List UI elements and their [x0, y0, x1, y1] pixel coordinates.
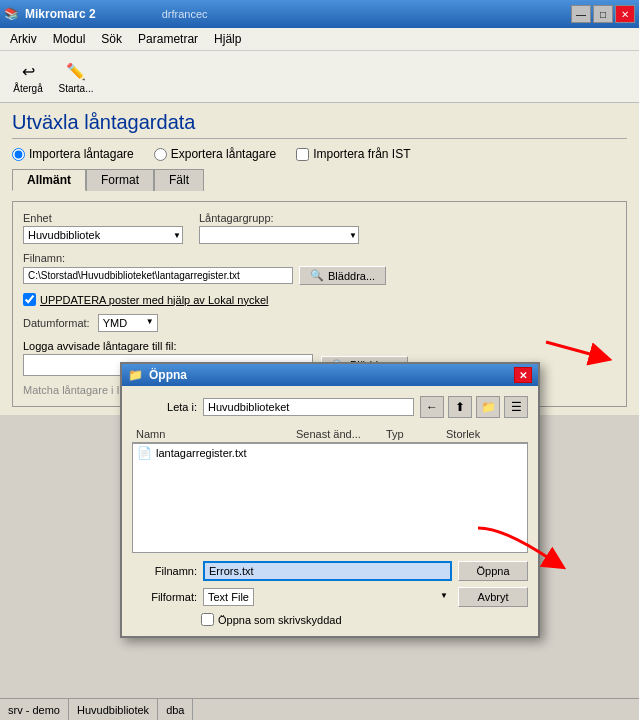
dialog-new-folder-button[interactable]: 📁: [476, 396, 500, 418]
col-name[interactable]: Namn: [132, 428, 292, 440]
dialog-title-left: 📁 Öppna: [128, 368, 187, 382]
dialog-view-button[interactable]: ☰: [504, 396, 528, 418]
dialog-filename-label: Filnamn:: [132, 565, 197, 577]
dialog-close-button[interactable]: ✕: [514, 367, 532, 383]
filetype-arrow-icon: ▼: [440, 591, 448, 600]
open-dialog: 📁 Öppna ✕ Leta i: Huvudbiblioteket ← ⬆ 📁: [120, 362, 540, 638]
dialog-icon: 📁: [128, 368, 143, 382]
dialog-filetype-row: Filformat: Text File ▼ Avbryt: [132, 587, 528, 607]
dialog-cancel-button[interactable]: Avbryt: [458, 587, 528, 607]
dialog-toolbar: ← ⬆ 📁 ☰: [420, 396, 528, 418]
col-modified[interactable]: Senast änd...: [292, 428, 382, 440]
list-item[interactable]: 📄 lantagarregister.txt: [133, 444, 527, 462]
dialog-readonly-checkbox[interactable]: [201, 613, 214, 626]
dialog-location-wrap: Huvudbiblioteket: [203, 398, 414, 416]
col-type[interactable]: Typ: [382, 428, 442, 440]
file-name: lantagarregister.txt: [156, 447, 311, 459]
dialog-overlay: 📁 Öppna ✕ Leta i: Huvudbiblioteket ← ⬆ 📁: [0, 0, 639, 720]
dialog-location-row: Leta i: Huvudbiblioteket ← ⬆ 📁 ☰: [132, 396, 528, 418]
red-arrow-2: [468, 518, 568, 581]
dialog-readonly-label: Öppna som skrivskyddad: [218, 614, 342, 626]
dialog-filename-input[interactable]: Errors.txt: [203, 561, 452, 581]
dialog-readonly-row: Öppna som skrivskyddad: [132, 613, 528, 626]
dialog-title-bar: 📁 Öppna ✕: [122, 364, 538, 386]
dialog-up-button[interactable]: ⬆: [448, 396, 472, 418]
col-size[interactable]: Storlek: [442, 428, 502, 440]
file-icon: 📄: [137, 446, 152, 460]
dialog-filetype-select[interactable]: Text File: [203, 588, 254, 606]
dialog-location-label: Leta i:: [132, 401, 197, 413]
dialog-back-button[interactable]: ←: [420, 396, 444, 418]
dialog-filetype-label: Filformat:: [132, 591, 197, 603]
dialog-body: Leta i: Huvudbiblioteket ← ⬆ 📁 ☰ Namn Se…: [122, 386, 538, 636]
file-list-header: Namn Senast änd... Typ Storlek: [132, 426, 528, 443]
dialog-location-select[interactable]: Huvudbiblioteket: [203, 398, 414, 416]
dialog-title: Öppna: [149, 368, 187, 382]
